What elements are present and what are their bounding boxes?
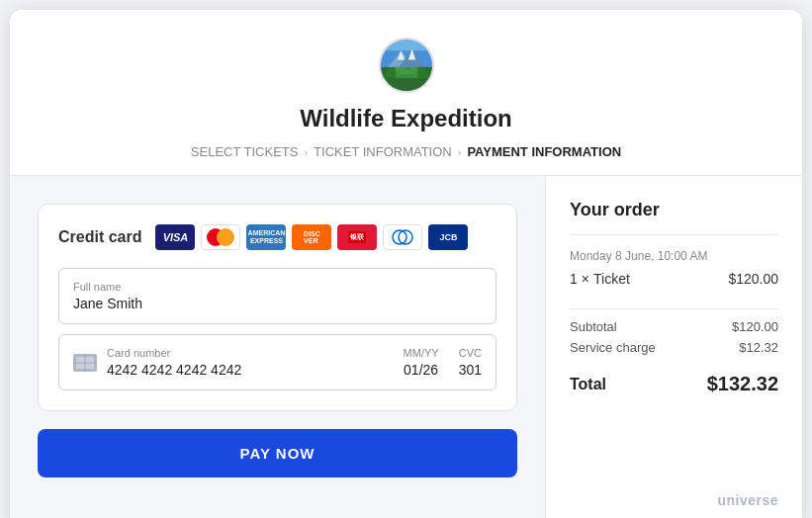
diners-icon (383, 224, 422, 250)
pay-now-button[interactable]: PAY NOW (38, 429, 517, 477)
breadcrumb: SELECT TICKETS › TICKET INFORMATION › PA… (191, 144, 621, 159)
left-panel: Credit card VISA AMER (10, 176, 545, 518)
card-icons-group: VISA AMERICANEXPRESS (155, 224, 468, 250)
mastercard-icon (201, 224, 240, 250)
svg-rect-11 (381, 40, 432, 50)
service-charge-row: Service charge $12.32 (570, 340, 778, 355)
cvc-field: CVC 301 (459, 347, 482, 378)
order-title: Your order (570, 200, 778, 235)
visa-icon: VISA (155, 224, 195, 250)
svg-rect-6 (395, 67, 416, 78)
service-charge-value: $12.32 (739, 340, 778, 355)
card-number-label: Card number (107, 347, 384, 359)
discover-icon: DISCVER (292, 224, 331, 250)
app-window: Wildlife Expedition SELECT TICKETS › TIC… (10, 10, 802, 518)
subtotal-row: Subtotal $120.00 (570, 319, 778, 334)
payment-section: Credit card VISA AMER (38, 204, 517, 411)
main-content: Credit card VISA AMER (10, 176, 802, 518)
breadcrumb-sep2: › (458, 146, 462, 158)
subtotal-value: $120.00 (732, 319, 778, 334)
subtotal-label: Subtotal (570, 319, 617, 334)
ticket-price: $120.00 (728, 271, 778, 287)
unionpay-icon: 银联 (337, 224, 377, 250)
card-number-main: Card number 4242 4242 4242 4242 (107, 347, 384, 378)
cvc-value: 301 (459, 362, 482, 378)
breadcrumb-step3: PAYMENT INFORMATION (467, 144, 621, 159)
card-chip-icon (73, 354, 97, 372)
credit-card-label: Credit card (58, 228, 141, 246)
cvc-label: CVC (459, 347, 482, 359)
universe-logo: universe (570, 473, 778, 508)
expiry-label: MM/YY (404, 347, 439, 359)
jcb-icon: JCB (428, 224, 468, 250)
service-charge-label: Service charge (570, 340, 656, 355)
total-label: Total (570, 376, 606, 393)
card-header: Credit card VISA AMER (58, 224, 496, 250)
card-number-value: 4242 4242 4242 4242 (107, 362, 384, 378)
event-title: Wildlife Expedition (300, 105, 511, 132)
full-name-label: Full name (73, 281, 482, 293)
breadcrumb-step2: TICKET INFORMATION (314, 144, 452, 159)
order-date: Monday 8 June, 10:00 AM (570, 249, 778, 263)
ticket-row: 1 × Ticket $120.00 (570, 271, 778, 287)
ticket-quantity: 1 (570, 271, 578, 287)
full-name-field[interactable]: Full name Jane Smith (58, 268, 496, 324)
card-number-sub: MM/YY 01/26 CVC 301 (404, 347, 482, 378)
ticket-label: Ticket (593, 271, 630, 287)
breadcrumb-step1: SELECT TICKETS (191, 144, 299, 159)
ticket-info: 1 × Ticket (570, 271, 630, 287)
event-header: Wildlife Expedition SELECT TICKETS › TIC… (10, 10, 802, 176)
times-symbol: × (582, 271, 589, 287)
expiry-field: MM/YY 01/26 (404, 347, 439, 378)
breadcrumb-sep1: › (304, 146, 308, 158)
total-row: Total $132.32 (570, 373, 778, 395)
order-divider (570, 308, 778, 309)
expiry-value: 01/26 (404, 362, 439, 378)
right-panel: Your order Monday 8 June, 10:00 AM 1 × T… (545, 176, 802, 518)
card-number-field[interactable]: Card number 4242 4242 4242 4242 MM/YY 01… (58, 334, 496, 390)
total-amount: $132.32 (707, 373, 778, 395)
event-avatar (379, 38, 434, 93)
card-number-fields: Card number 4242 4242 4242 4242 MM/YY 01… (107, 347, 482, 378)
amex-icon: AMERICANEXPRESS (246, 224, 286, 250)
full-name-value: Jane Smith (73, 296, 482, 311)
